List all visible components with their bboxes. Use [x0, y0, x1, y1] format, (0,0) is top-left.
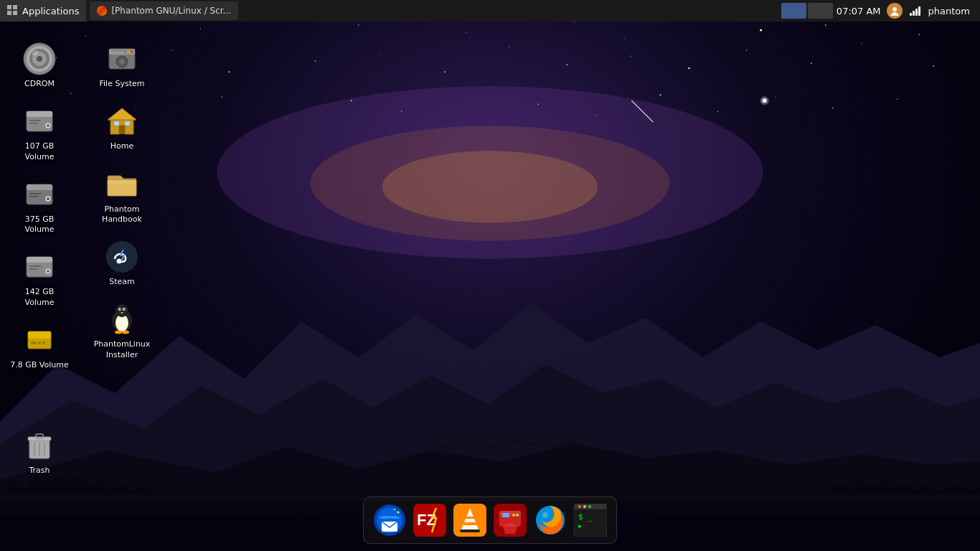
- 375gb-icon-item[interactable]: 375 GBVolume: [4, 171, 75, 241]
- cdrom-icon-item[interactable]: CDROM: [4, 36, 75, 95]
- svg-point-60: [892, 7, 897, 11]
- svg-point-25: [380, 54, 380, 55]
- trash-label: Trash: [29, 466, 50, 476]
- terminal-icon: $ _ ▶: [574, 504, 607, 537]
- icon-column-2: File System Home: [86, 36, 169, 486]
- svg-point-70: [47, 124, 50, 127]
- signal-bars: [910, 6, 920, 16]
- username-label: phantom: [928, 6, 970, 17]
- svg-point-33: [861, 43, 862, 44]
- trash-icon-item[interactable]: Trash: [4, 423, 75, 481]
- filezilla-dock-item[interactable]: FZ: [411, 501, 448, 539]
- icon-column-1: CDROM 107 GBVolume: [4, 36, 86, 486]
- svg-point-28: [566, 64, 567, 65]
- svg-point-153: [588, 505, 591, 508]
- steam-icon-item[interactable]: Steam: [86, 234, 158, 293]
- home-icon-item[interactable]: Home: [86, 98, 158, 157]
- svg-rect-89: [42, 342, 45, 344]
- thunderbird-dock-item[interactable]: [371, 501, 408, 539]
- applications-label: Applications: [22, 6, 79, 17]
- svg-rect-84: [29, 268, 38, 270]
- svg-rect-111: [108, 180, 136, 184]
- svg-marker-106: [108, 108, 136, 120]
- svg-point-54: [897, 99, 897, 100]
- svg-point-101: [123, 50, 126, 53]
- svg-point-40: [760, 96, 769, 105]
- svg-rect-87: [31, 342, 37, 344]
- vlc-icon: [453, 504, 486, 537]
- firefox-dock-item[interactable]: [532, 501, 569, 539]
- thunderbird-icon: [373, 504, 406, 537]
- svg-point-123: [122, 331, 129, 334]
- user-avatar-icon: [890, 6, 900, 16]
- browser-tab-label: [Phantom GNU/Linux / Scr...: [111, 6, 231, 16]
- svg-point-120: [124, 309, 126, 310]
- svg-point-53: [832, 107, 834, 108]
- workspace-1[interactable]: [781, 3, 806, 19]
- steam-icon: [105, 240, 139, 274]
- desktop-icons: CDROM 107 GBVolume: [0, 29, 172, 493]
- clock: 07:07 AM: [837, 6, 881, 17]
- svg-point-143: [512, 514, 515, 517]
- 375gb-label: 375 GBVolume: [25, 215, 55, 235]
- browser-tab[interactable]: [Phantom GNU/Linux / Scr...: [90, 1, 238, 20]
- browser-tab-icon: [97, 6, 107, 16]
- svg-point-82: [47, 270, 50, 273]
- home-label: Home: [110, 141, 133, 151]
- svg-point-8: [466, 32, 466, 32]
- 142gb-icon-item[interactable]: 142 GBVolume: [4, 244, 75, 314]
- svg-point-43: [222, 96, 223, 98]
- applications-menu[interactable]: Applications: [0, 0, 86, 22]
- svg-point-39: [763, 98, 767, 103]
- tab-area: [Phantom GNU/Linux / Scr...: [86, 1, 836, 20]
- phantomlinux-icon-item[interactable]: PhantomLinuxInstaller: [86, 296, 158, 366]
- svg-point-38: [382, 151, 598, 222]
- home-icon: [105, 104, 139, 138]
- svg-point-26: [444, 71, 446, 72]
- downloader-dock-item[interactable]: [491, 501, 529, 539]
- svg-point-50: [660, 94, 661, 95]
- phantomlinux-icon: [105, 302, 139, 336]
- 107gb-icon-item[interactable]: 107 GBVolume: [4, 98, 75, 168]
- 142gb-icon: [22, 250, 57, 284]
- phantom-handbook-icon: [105, 167, 139, 202]
- downloader-icon: [494, 504, 527, 537]
- svg-rect-57: [7, 11, 11, 15]
- filesystem-label: File System: [100, 79, 145, 89]
- svg-point-76: [47, 197, 50, 200]
- svg-point-16: [825, 24, 826, 26]
- svg-line-35: [631, 100, 653, 122]
- svg-point-122: [115, 331, 122, 334]
- filesystem-icon-item[interactable]: File System: [86, 36, 158, 95]
- svg-rect-142: [502, 513, 509, 517]
- svg-point-45: [351, 100, 352, 101]
- svg-point-51: [717, 111, 718, 112]
- svg-point-119: [120, 309, 121, 310]
- svg-rect-86: [28, 331, 51, 339]
- firefox-icon: [534, 504, 567, 537]
- terminal-dock-item[interactable]: $ _ ▶: [572, 501, 609, 539]
- svg-rect-78: [29, 196, 38, 197]
- svg-point-30: [688, 67, 689, 69]
- 142gb-label: 142 GBVolume: [25, 287, 55, 308]
- 7gb-icon: [22, 323, 57, 357]
- workspace-2[interactable]: [808, 3, 833, 19]
- svg-point-44: [286, 118, 287, 119]
- user-icon[interactable]: [887, 3, 903, 19]
- phantom-handbook-icon-item[interactable]: PhantomHandbook: [86, 161, 158, 231]
- svg-rect-136: [460, 529, 480, 532]
- svg-point-14: [760, 29, 762, 32]
- svg-point-24: [315, 60, 316, 62]
- svg-point-27: [509, 46, 509, 47]
- cdrom-icon: [22, 42, 57, 76]
- network-icon[interactable]: [908, 4, 923, 18]
- vlc-dock-item[interactable]: [451, 501, 489, 539]
- 7gb-icon-item[interactable]: 7.8 GB Volume: [4, 317, 75, 376]
- svg-point-36: [217, 86, 763, 258]
- 107gb-label: 107 GBVolume: [25, 141, 55, 162]
- svg-point-31: [746, 50, 747, 50]
- steam-label: Steam: [109, 277, 135, 287]
- svg-rect-88: [38, 342, 41, 344]
- svg-point-127: [397, 512, 400, 514]
- svg-point-52: [775, 97, 776, 98]
